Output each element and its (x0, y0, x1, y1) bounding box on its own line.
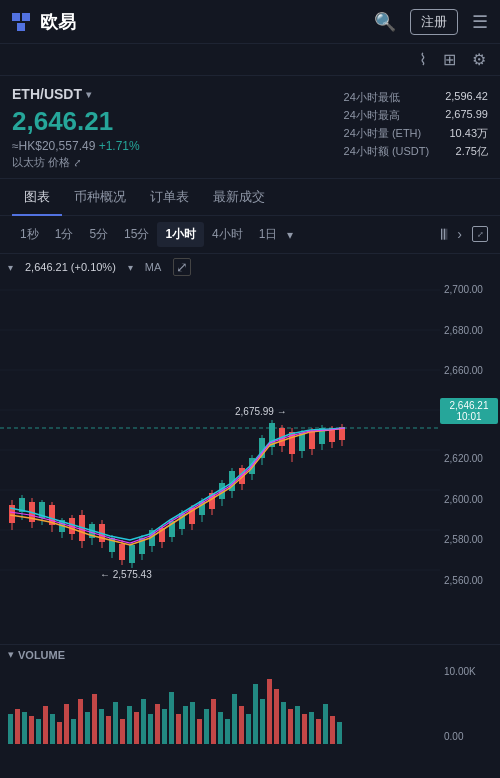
chart-toggle-icon[interactable]: ▾ (8, 262, 13, 273)
svg-rect-90 (64, 704, 69, 744)
svg-rect-89 (57, 722, 62, 744)
logo: 欧易 (12, 10, 76, 34)
y-axis-labels: 2,700.00 2,680.00 2,660.00 2,640.00 2,64… (442, 280, 500, 590)
svg-rect-94 (92, 694, 97, 744)
layout-icon[interactable]: ⊞ (443, 50, 456, 69)
svg-rect-112 (218, 712, 223, 744)
stat-value-2: 10.43万 (445, 126, 488, 141)
y-label-6: 2,600.00 (444, 494, 498, 505)
volume-chart: 10.00K 0.00 (0, 664, 500, 744)
svg-rect-113 (225, 719, 230, 744)
candlestick-chart: 2,675.99 → ← 2,575.43 (0, 280, 440, 590)
time-tabs: 1秒 1分 5分 15分 1小时 4小时 1日 ▾ 𝄃𝄃 › ⤢ (0, 216, 500, 254)
svg-rect-2 (17, 23, 25, 31)
svg-rect-106 (176, 714, 181, 744)
svg-rect-85 (29, 716, 34, 744)
svg-rect-128 (330, 716, 335, 744)
search-icon[interactable]: 🔍 (374, 11, 396, 33)
svg-rect-125 (309, 712, 314, 744)
stat-label-3: 24小时额 (USDT) (344, 144, 430, 159)
chart-container: ▾ 2,646.21 (+0.10%) ▾ MA ⤢ (0, 254, 500, 644)
volume-section: ▾ VOLUME (0, 644, 500, 754)
svg-rect-87 (43, 706, 48, 744)
stat-label-2: 24小时量 (ETH) (344, 126, 430, 141)
price-change: +1.71% (99, 139, 140, 153)
stat-value-3: 2.75亿 (445, 144, 488, 159)
stat-label-1: 24小时最高 (344, 108, 430, 123)
tab-1s[interactable]: 1秒 (12, 222, 47, 247)
y-label-7: 2,580.00 (444, 534, 498, 545)
tab-overview[interactable]: 币种概况 (62, 179, 138, 216)
svg-rect-84 (22, 712, 27, 744)
menu-icon[interactable]: ☰ (472, 11, 488, 33)
current-price-wrapper: 2,640.00 2,646.21 10:01 (444, 406, 498, 424)
volume-label-bar: ▾ VOLUME (0, 645, 500, 664)
external-link-icon: ⤤ (73, 157, 81, 168)
svg-rect-129 (337, 722, 342, 744)
pair-chevron-icon: ▾ (86, 89, 91, 100)
vol-label-top: 10.00K (444, 666, 498, 677)
svg-rect-93 (85, 712, 90, 744)
forward-icon[interactable]: › (457, 226, 462, 243)
stat-value-1: 2,675.99 (445, 108, 488, 123)
volume-bars (0, 664, 440, 744)
svg-rect-118 (260, 699, 265, 744)
tab-orderbook[interactable]: 订单表 (138, 179, 201, 216)
tab-1m[interactable]: 1分 (47, 222, 82, 247)
main-price: 2,646.21 (12, 106, 344, 137)
y-label-2: 2,680.00 (444, 325, 498, 336)
svg-text:2,675.99 →: 2,675.99 → (235, 406, 287, 417)
svg-rect-114 (232, 694, 237, 744)
toolbar: ⌇ ⊞ ⚙ (0, 44, 500, 76)
candle-icon[interactable]: 𝄃𝄃 (441, 226, 447, 243)
logo-text: 欧易 (40, 10, 76, 34)
svg-rect-104 (162, 709, 167, 744)
svg-rect-37 (129, 545, 135, 563)
tab-5m[interactable]: 5分 (81, 222, 116, 247)
svg-rect-83 (15, 709, 20, 744)
chart-svg-wrapper: 2,675.99 → ← 2,575.43 2,700.00 2,680.00 … (0, 280, 500, 590)
chart-expand-icon[interactable]: ⤢ (173, 258, 191, 276)
tab-15m[interactable]: 15分 (116, 222, 157, 247)
fullscreen-icon[interactable]: ⤢ (472, 226, 488, 242)
tab-1d[interactable]: 1日 (251, 222, 286, 247)
ma-toggle-icon[interactable]: ▾ (128, 262, 133, 273)
svg-rect-109 (197, 719, 202, 744)
svg-rect-116 (246, 714, 251, 744)
svg-rect-35 (119, 544, 125, 560)
y-label-3: 2,660.00 (444, 365, 498, 376)
svg-rect-105 (169, 692, 174, 744)
y-label-1: 2,700.00 (444, 284, 498, 295)
logo-icon (12, 13, 34, 31)
tab-4h[interactable]: 4小时 (204, 222, 251, 247)
y-label-5: 2,620.00 (444, 453, 498, 464)
chart-line-icon[interactable]: ⌇ (419, 50, 427, 69)
svg-rect-127 (323, 704, 328, 744)
eth-label: 以太坊 价格 ⤤ (12, 155, 344, 170)
svg-rect-111 (211, 699, 216, 744)
main-tabs: 图表 币种概况 订单表 最新成交 (0, 179, 500, 216)
tab-chart[interactable]: 图表 (12, 179, 62, 216)
register-button[interactable]: 注册 (410, 9, 458, 35)
svg-rect-126 (316, 719, 321, 744)
svg-rect-110 (204, 709, 209, 744)
svg-rect-91 (71, 719, 76, 744)
volume-y-labels: 10.00K 0.00 (442, 664, 500, 744)
svg-rect-120 (274, 689, 279, 744)
price-left: ETH/USDT ▾ 2,646.21 ≈HK$20,557.49 +1.71%… (12, 86, 344, 170)
svg-rect-1 (22, 13, 30, 21)
svg-rect-98 (120, 719, 125, 744)
svg-rect-0 (12, 13, 20, 21)
svg-rect-123 (295, 706, 300, 744)
svg-rect-103 (155, 704, 160, 744)
svg-rect-88 (50, 714, 55, 744)
dropdown-icon[interactable]: ▾ (285, 228, 295, 242)
tab-1h[interactable]: 1小时 (157, 222, 204, 247)
svg-text:← 2,575.43: ← 2,575.43 (100, 569, 152, 580)
svg-rect-73 (309, 431, 315, 449)
settings-icon[interactable]: ⚙ (472, 50, 486, 69)
svg-rect-107 (183, 706, 188, 744)
tab-trades[interactable]: 最新成交 (201, 179, 277, 216)
volume-toggle-icon[interactable]: ▾ (8, 648, 14, 661)
pair-name[interactable]: ETH/USDT ▾ (12, 86, 344, 102)
